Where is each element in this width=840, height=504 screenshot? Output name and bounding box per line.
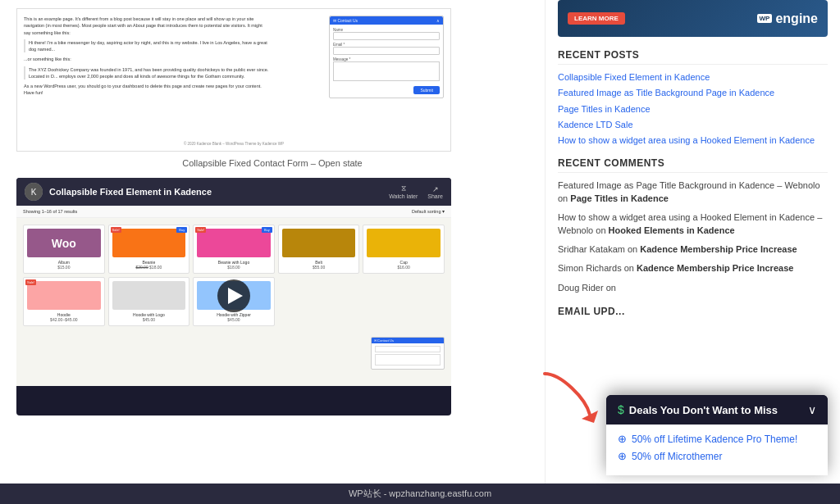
channel-avatar: K (25, 183, 43, 201)
woo-item-img-beanie (112, 229, 186, 257)
woo-item-price-hoodie-logo: $45.00 (112, 317, 186, 322)
woo-item-beanie-logo: Sale! Buy Beanie with Logo $18.00 (193, 225, 275, 274)
comment-3-text: Sridhar Katakam on Kadence Membership Pr… (558, 244, 797, 254)
name-input[interactable] (333, 32, 440, 40)
deals-header[interactable]: $ Deals You Don't Want to Miss ∨ (606, 395, 828, 425)
video-contact-header: ✉ Contact Us (372, 338, 444, 343)
comment-1: Featured Image as Page Title Background … (558, 179, 828, 205)
woo-item-img-album: Woo (27, 229, 101, 257)
contact-form-title: ✉ Contact Us (333, 18, 358, 23)
comment-2-text: How to show a widget area using a Hooked… (558, 212, 822, 234)
woo-item-price-hoodie: $42.00–$45.00 (27, 317, 101, 322)
play-triangle (228, 288, 243, 304)
woo-item-hoodie-logo: Hoodie with Logo $45.00 (108, 277, 190, 326)
comment-4: Simon Richards on Kadence Membership Pri… (558, 262, 828, 275)
recent-post-featured-title[interactable]: Featured Image as Title Background Page … (558, 87, 828, 98)
watch-later-btn[interactable]: ⧖ Watch later (389, 184, 418, 199)
wpengine-text: engine (775, 11, 818, 26)
share-btn[interactable]: ↗ Share (427, 185, 443, 199)
woo-item-price-beanie-logo: $18.00 (197, 265, 271, 270)
deals-dollar-icon: $ (618, 403, 624, 416)
woo-item-cap: Cap $16.00 (363, 225, 445, 274)
woo-grid-header: Showing 1–16 of 17 results Default sorti… (16, 206, 451, 218)
contact-form-collapse[interactable]: ∧ (436, 18, 440, 23)
deals-header-left: $ Deals You Don't Want to Miss (618, 403, 778, 416)
deals-popup: $ Deals You Don't Want to Miss ∨ ⊕ 50% o… (606, 395, 828, 475)
video-title: Collapsible Fixed Element in Kadence (49, 187, 382, 197)
screenshot-blockquote-1: Hi there! I'm a bike messenger by day, a… (24, 39, 270, 53)
deals-title: Deals You Don't Want to Miss (629, 404, 778, 416)
deals-chevron-icon[interactable]: ∨ (808, 403, 816, 416)
woo-item-price-hoodie-zip: $45.00 (197, 317, 271, 322)
svg-text:K: K (31, 188, 37, 197)
contact-form-header: ✉ Contact Us ∧ (330, 16, 443, 25)
comment-2-link[interactable]: Hooked Elements in Kadence (609, 225, 735, 235)
woo-item-belt: Belt $55.00 (278, 225, 360, 274)
recent-post-kadence-ltd[interactable]: Kadence LTD Sale (558, 119, 828, 130)
video-content: Showing 1–16 of 17 results Default sorti… (16, 206, 451, 386)
red-arrow (545, 366, 602, 426)
screenshot-footer: © 2020 Kadence Blank – WordPress Theme b… (184, 142, 284, 146)
submit-button[interactable]: Submit (413, 86, 440, 94)
recent-posts-section: RECENT POSTS Collapsible Fixed Element i… (558, 49, 828, 146)
deals-item-1[interactable]: ⊕ 50% off Lifetime Kadence Pro Theme! (618, 433, 816, 445)
add-btn-beanie-logo[interactable]: Buy (262, 227, 272, 233)
comment-4-link[interactable]: Kadence Membership Price Increase (637, 263, 793, 273)
woo-showing: Showing 1–16 of 17 results (23, 209, 77, 214)
comment-1-link[interactable]: Page Titles in Kadence (570, 193, 669, 203)
recent-comments-section: RECENT COMMENTS Featured Image as Page T… (558, 157, 828, 294)
woo-item-album: Woo Album $15.00 (23, 225, 105, 274)
video-contact-name[interactable] (375, 346, 441, 352)
learn-more-button[interactable]: LEARN MORE (568, 12, 625, 25)
woo-item-img-cap (367, 229, 441, 257)
email-updates-title: EMAIL UPD... (558, 306, 828, 317)
deals-item-text-2: 50% off Microthemer (632, 451, 723, 462)
play-button[interactable] (217, 279, 250, 312)
deals-item-text-1: 50% off Lifetime Kadence Pro Theme! (632, 434, 797, 445)
woo-item-img-hoodie (27, 281, 101, 310)
email-field: Email * (333, 43, 440, 55)
woo-sort: Default sorting ▾ (412, 209, 445, 214)
screenshot-text-1: This is an example page. It's different … (24, 16, 270, 36)
woo-item-price-belt: $55.00 (282, 265, 356, 270)
comment-1-text: Featured Image as Page Title Background … (558, 180, 820, 202)
woo-grid: Woo Album $15.00 Sale! Buy Beanie $20.00… (16, 218, 451, 333)
contact-form-screenshot: This is an example page. It's different … (16, 8, 451, 152)
deals-item-icon-1: ⊕ (618, 433, 627, 445)
wpe-symbol: WP (757, 14, 773, 23)
woo-item-img-hoodie-logo (112, 281, 186, 310)
screenshot-text-2: ...or something like this: (24, 56, 270, 62)
recent-posts-title: RECENT POSTS (558, 49, 828, 65)
wpengine-logo-area: WP engine (757, 11, 818, 26)
sale-badge-hoodie: Sale! (25, 279, 36, 285)
comment-2: How to show a widget area using a Hooked… (558, 211, 828, 237)
woo-item-price-beanie: $20.00 $18.00 (112, 265, 186, 270)
woo-item-img-belt (282, 229, 356, 257)
video-controls-right: ⧖ Watch later ↗ Share (389, 184, 443, 199)
video-section: K Collapsible Fixed Element in Kadence ⧖… (16, 178, 451, 415)
sale-badge-beanie-logo: Sale! (195, 227, 206, 233)
sale-badge-beanie: Sale! (111, 227, 121, 233)
email-input[interactable] (333, 47, 440, 55)
recent-post-page-titles[interactable]: Page Titles in Kadence (558, 103, 828, 115)
screenshot-blockquote-2: The XYZ Doohickey Company was founded in… (24, 66, 270, 80)
comment-3: Sridhar Katakam on Kadence Membership Pr… (558, 243, 828, 256)
recent-post-widget-area[interactable]: How to show a widget area using a Hooked… (558, 134, 828, 146)
video-header: K Collapsible Fixed Element in Kadence ⧖… (16, 178, 451, 206)
message-textarea[interactable] (333, 61, 440, 81)
screenshot-text-3: As a new WordPress user, you should go t… (24, 83, 270, 97)
woo-item-hoodie: Sale! Hoodie $42.00–$45.00 (23, 277, 105, 326)
recent-post-collapsible[interactable]: Collapsible Fixed Element in Kadence (558, 71, 828, 83)
deals-content: ⊕ 50% off Lifetime Kadence Pro Theme! ⊕ … (606, 425, 828, 475)
deals-item-2[interactable]: ⊕ 50% off Microthemer (618, 450, 816, 462)
main-content: This is an example page. It's different … (0, 0, 545, 504)
woo-item-price-album: $15.00 (27, 265, 101, 270)
wpengine-banner: LEARN MORE WP engine (558, 0, 828, 37)
woo-item-price-cap: $16.00 (367, 265, 441, 270)
video-contact-form: ✉ Contact Us (371, 337, 445, 370)
comment-3-link[interactable]: Kadence Membership Price Increase (640, 244, 797, 254)
woo-item-beanie: Sale! Buy Beanie $20.00 $18.00 (108, 225, 190, 274)
caption: Collapsible Fixed Contact Form – Open st… (16, 158, 528, 168)
video-contact-msg[interactable] (375, 354, 441, 366)
add-btn-beanie[interactable]: Buy (176, 227, 187, 233)
